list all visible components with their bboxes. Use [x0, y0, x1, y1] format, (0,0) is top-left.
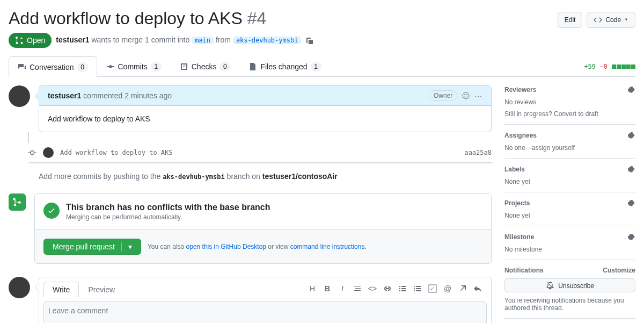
comment-meta: testuser1 commented 2 minutes ago [48, 91, 172, 100]
sidebar-notifications: NotificationsCustomize Unsubscribe You'r… [504, 260, 635, 319]
code-icon [594, 16, 602, 24]
conversation-count: 0 [77, 62, 88, 72]
merge-description: testuser1 wants to merge 1 commit into m… [56, 35, 314, 45]
comment-textarea[interactable] [43, 302, 487, 323]
comment-body: Add workflow to deploy to AKS [39, 106, 491, 132]
git-merge-badge [9, 193, 26, 211]
copy-icon[interactable] [305, 37, 314, 45]
smiley-icon[interactable] [462, 91, 470, 100]
quote-icon[interactable] [353, 284, 362, 295]
gear-icon[interactable] [627, 199, 635, 207]
svg-point-3 [31, 151, 34, 155]
sidebar-projects: Projects None yet [504, 192, 635, 226]
commit-message[interactable]: Add workflow to deploy to AKS [60, 149, 173, 156]
checklist-icon [180, 62, 188, 71]
sidebar-labels: Labels None yet [504, 159, 635, 192]
tasklist-icon[interactable] [428, 284, 437, 295]
source-branch-chip[interactable]: aks-devhub-ymsbi [233, 37, 302, 44]
commits-count: 1 [151, 62, 162, 71]
svg-point-2 [466, 94, 467, 95]
comment-discussion-icon [18, 63, 26, 71]
tab-files-changed[interactable]: Files changed1 [239, 56, 330, 76]
svg-point-0 [463, 92, 469, 99]
pr-number: #4 [247, 9, 267, 28]
merge-status-subtitle: Merging can be performed automatically. [66, 213, 270, 221]
pr-title-text: Add workflow to deploy to AKS [9, 9, 243, 28]
tab-checks[interactable]: Checks0 [171, 56, 240, 76]
cross-reference-icon[interactable] [458, 284, 467, 295]
heading-icon[interactable]: H [308, 284, 317, 295]
commit-dot-icon [28, 148, 36, 157]
merge-pull-request-button[interactable]: Merge pull request▾ [43, 239, 141, 255]
merge-hint: You can also open this in GitHub Desktop… [148, 243, 367, 250]
checks-count: 0 [219, 62, 230, 71]
tab-commits[interactable]: Commits1 [97, 56, 171, 76]
gear-icon[interactable] [627, 131, 635, 140]
gear-icon[interactable] [627, 85, 635, 94]
push-hint: Add more commits by pushing to the aks-d… [9, 168, 492, 185]
sidebar-milestone: Milestone No milestone [504, 226, 635, 260]
check-circle-icon [43, 203, 60, 219]
ordered-list-icon[interactable] [413, 284, 422, 295]
comment-box: testuser1 commented 2 minutes ago Owner … [39, 85, 492, 132]
assign-yourself-link[interactable]: assign yourself [532, 144, 575, 152]
code-button[interactable]: Code▼ [587, 12, 635, 28]
markdown-toolbar: H B I <> @ [308, 284, 487, 295]
customize-link[interactable]: Customize [603, 267, 635, 274]
file-diff-icon [248, 62, 257, 71]
italic-icon[interactable]: I [338, 284, 347, 295]
command-line-link[interactable]: command line instructions. [290, 243, 367, 250]
unordered-list-icon[interactable] [398, 284, 407, 295]
code-icon[interactable]: <> [368, 284, 377, 295]
pr-title: Add workflow to deploy to AKS #4 [9, 9, 266, 28]
merge-status-title: This branch has no conflicts with the ba… [66, 203, 270, 212]
sidebar-participants: 1 participant [504, 319, 635, 323]
avatar[interactable] [9, 85, 30, 107]
link-icon[interactable] [383, 284, 392, 295]
git-merge-icon [12, 197, 22, 207]
git-pull-request-icon [15, 36, 24, 45]
tab-conversation[interactable]: Conversation0 [9, 56, 97, 77]
pr-state-open: Open [9, 33, 52, 48]
edit-button[interactable]: Edit [558, 12, 583, 28]
git-commit-icon [106, 62, 115, 71]
avatar[interactable] [43, 147, 54, 158]
bell-slash-icon [546, 281, 554, 290]
unsubscribe-button[interactable]: Unsubscribe [504, 278, 635, 292]
reply-icon[interactable] [473, 284, 482, 295]
commit-row: Add workflow to deploy to AKS aaa25a8 [9, 143, 492, 162]
diffstat: +59 −0 [584, 63, 635, 70]
caret-down-icon[interactable]: ▾ [121, 242, 132, 251]
sidebar-reviewers: Reviewers No reviews Still in progress? … [504, 85, 635, 125]
kebab-icon[interactable]: ··· [474, 91, 482, 100]
svg-point-1 [464, 94, 465, 95]
caret-down-icon: ▼ [624, 15, 628, 25]
sidebar-assignees: Assignees No one—assign yourself [504, 125, 635, 159]
files-count: 1 [311, 62, 321, 71]
convert-to-draft-link[interactable]: Convert to draft [554, 110, 598, 118]
gear-icon[interactable] [627, 233, 635, 241]
author-role-badge: Owner [429, 90, 457, 101]
gear-icon[interactable] [627, 165, 635, 174]
write-tab[interactable]: Write [43, 282, 79, 297]
bold-icon[interactable]: B [323, 284, 332, 295]
mention-icon[interactable]: @ [443, 284, 452, 295]
commit-sha[interactable]: aaa25a8 [464, 149, 492, 156]
open-in-desktop-link[interactable]: open this in GitHub Desktop [186, 243, 266, 250]
avatar[interactable] [9, 277, 30, 298]
preview-tab[interactable]: Preview [79, 282, 124, 297]
target-branch-chip[interactable]: main [192, 37, 214, 44]
